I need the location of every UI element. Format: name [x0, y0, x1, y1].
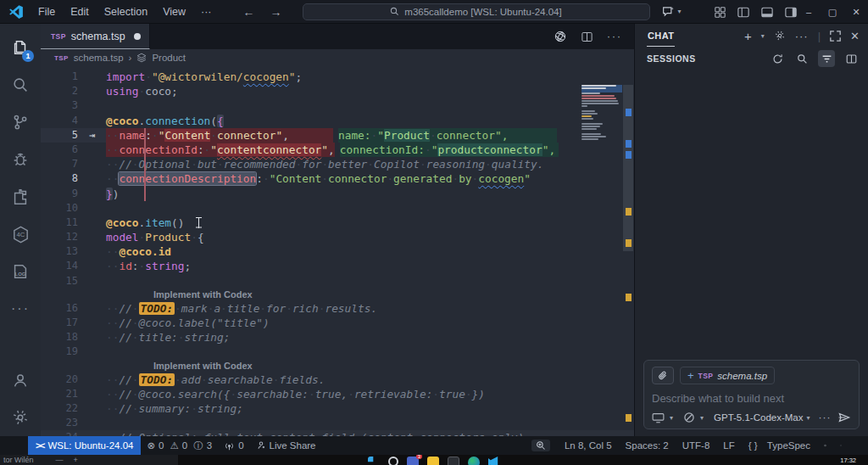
tab-schema-tsp[interactable]: TSP schema.tsp [41, 24, 150, 49]
eol[interactable]: LF [717, 440, 740, 451]
terminal-icon[interactable] [448, 457, 459, 465]
code-line-22[interactable]: 22··//·summary:·string; [41, 401, 634, 416]
search-view-icon[interactable] [0, 66, 41, 104]
toggle-panel-icon[interactable] [761, 7, 773, 18]
vscode-taskbar-icon[interactable] [488, 457, 500, 465]
code-line-11[interactable]: 11@coco.item() [41, 216, 634, 230]
minimize-button[interactable]: – [797, 0, 821, 24]
gutter[interactable]: 5⇥ [41, 128, 106, 143]
command-center-search[interactable]: m365calldemo [WSL: Ubuntu-24.04] [303, 3, 650, 20]
inline-edit-gutter-icon[interactable] [78, 373, 106, 387]
gutter[interactable]: 18 [41, 330, 106, 345]
background-minimize-icon[interactable]: — [56, 456, 64, 464]
gutter[interactable]: 22 [41, 401, 106, 416]
split-editor-icon[interactable] [581, 31, 593, 43]
gutter[interactable]: 12 [41, 230, 106, 244]
code-line-16[interactable]: 16··//·TODO:·mark·a·title·for·rich·resul… [41, 301, 634, 316]
split-sessions-icon[interactable] [843, 50, 860, 67]
model-picker[interactable]: GPT-5.1-Codex-Max ▾ [714, 412, 810, 423]
close-panel-icon[interactable]: ✕ [850, 30, 860, 42]
gutter[interactable]: 9 [41, 187, 106, 201]
inline-edit-gutter-icon[interactable] [78, 114, 106, 128]
gutter[interactable]: 2 [41, 84, 106, 98]
gutter[interactable]: 16 [41, 301, 106, 316]
zoom-indicator[interactable] [531, 440, 550, 451]
problems-indicator[interactable]: ⊗0 ⚠0 ⓘ3 [141, 440, 218, 452]
gutter[interactable]: 1 [41, 70, 106, 84]
menu-edit[interactable]: Edit [63, 6, 97, 18]
inline-edit-gutter-icon[interactable] [78, 401, 106, 416]
source-control-icon[interactable] [0, 104, 41, 141]
menu-view[interactable]: View [155, 6, 193, 18]
inline-edit-gutter-icon[interactable] [78, 430, 106, 436]
code-line-19[interactable]: 19 [41, 345, 634, 359]
breadcrumb-file[interactable]: schema.tsp [74, 53, 124, 63]
edge-browser-icon[interactable] [468, 457, 480, 465]
gutter[interactable]: 13 [41, 244, 106, 259]
editor-more-actions-icon[interactable]: ··· [607, 31, 622, 42]
code-line-20[interactable]: 20··//·TODO:·add·searchable·fields. [41, 373, 634, 387]
breadcrumb[interactable]: TSP schema.tsp › Product [41, 49, 634, 66]
toggle-secondary-sidebar-icon[interactable] [785, 7, 797, 18]
live-share-button[interactable]: Live Share [250, 440, 322, 451]
teams-icon[interactable]: 3 [407, 457, 419, 465]
code-line-17[interactable]: 17··//·@coco.label("title") [41, 316, 634, 330]
inline-edit-gutter-icon[interactable] [78, 157, 106, 171]
tools-chevron-icon[interactable]: ▾ [700, 414, 704, 422]
chat-settings-gear-icon[interactable] [774, 30, 786, 42]
indentation[interactable]: Spaces: 2 [620, 440, 675, 451]
cocogen-extension-icon[interactable]: 4C [0, 216, 41, 253]
gutter[interactable]: 23 [41, 416, 106, 430]
attach-context-button[interactable] [652, 367, 674, 384]
chat-input-placeholder[interactable]: Describe what to build next [652, 392, 851, 405]
run-debug-icon[interactable] [0, 141, 41, 178]
refresh-sessions-icon[interactable] [769, 50, 786, 67]
settings-gear-icon[interactable] [0, 399, 41, 436]
gutter[interactable]: 21 [41, 387, 106, 401]
gutter[interactable]: 17 [41, 316, 106, 330]
inline-edit-gutter-icon[interactable] [78, 70, 106, 84]
gutter[interactable]: 8 [41, 171, 106, 186]
unsaved-dot-icon[interactable] [134, 33, 141, 40]
gutter[interactable]: 3 [41, 98, 106, 113]
background-plus-icon[interactable]: + [74, 456, 78, 464]
inline-edit-gutter-icon[interactable] [78, 244, 106, 259]
tools-disabled-icon[interactable] [683, 412, 695, 423]
chat-input-box[interactable]: + TSP schema.tsp Describe what to build … [643, 360, 860, 429]
code-line-15[interactable]: 15 [41, 274, 634, 289]
filter-sessions-icon[interactable] [818, 50, 835, 67]
ports-indicator[interactable]: 0 [218, 440, 249, 451]
account-icon[interactable] [0, 361, 41, 399]
send-button[interactable] [837, 412, 851, 423]
inline-edit-gutter-icon[interactable] [78, 230, 106, 244]
code-line-24[interactable]: 24··//·Optional:·full-text·content·field… [41, 430, 634, 436]
sticky-notes-icon[interactable] [427, 457, 439, 465]
inline-edit-gutter-icon[interactable] [78, 143, 106, 157]
inline-edit-gutter-icon[interactable] [78, 259, 106, 273]
windows-start-icon[interactable] [368, 457, 380, 465]
code-line-23[interactable]: 23 [41, 416, 634, 430]
toggle-sidebar-icon[interactable] [737, 7, 749, 18]
forward-icon[interactable]: → [270, 5, 282, 19]
code-editor[interactable]: 1import·"@wictorwilen/cocogen";2using·co… [41, 66, 634, 436]
inline-edit-gutter-icon[interactable] [78, 216, 106, 230]
layout-grid-icon[interactable] [715, 7, 726, 18]
code-line-6[interactable]: 6··connectionId:·"contentconnector",conn… [41, 143, 634, 157]
code-line-7[interactable]: 7··//·Optional·but·recommended·for·bette… [41, 157, 634, 171]
agent-mode-chevron-icon[interactable]: ▾ [670, 414, 673, 422]
codelens-action[interactable]: Implement with Codex [41, 360, 634, 373]
gutter[interactable]: 7 [41, 157, 106, 171]
gutter[interactable]: 11 [41, 216, 106, 230]
gutter[interactable]: 15 [41, 274, 106, 289]
more-views-icon[interactable]: ··· [0, 290, 41, 328]
codelens-action[interactable]: Implement with Codex [41, 289, 634, 301]
inline-edit-gutter-icon[interactable] [78, 316, 106, 330]
gutter[interactable]: 4 [41, 114, 106, 128]
code-line-14[interactable]: 14··id:·string; [41, 259, 634, 273]
taskbar-search-icon[interactable] [388, 457, 398, 465]
breadcrumb-symbol[interactable]: Product [152, 53, 186, 63]
inline-edit-gutter-icon[interactable] [78, 416, 106, 430]
context-chip-schema-tsp[interactable]: + TSP schema.tsp [680, 367, 775, 384]
cursor-position[interactable]: Ln 8, Col 5 [559, 440, 618, 451]
inline-edit-gutter-icon[interactable] [78, 187, 106, 201]
